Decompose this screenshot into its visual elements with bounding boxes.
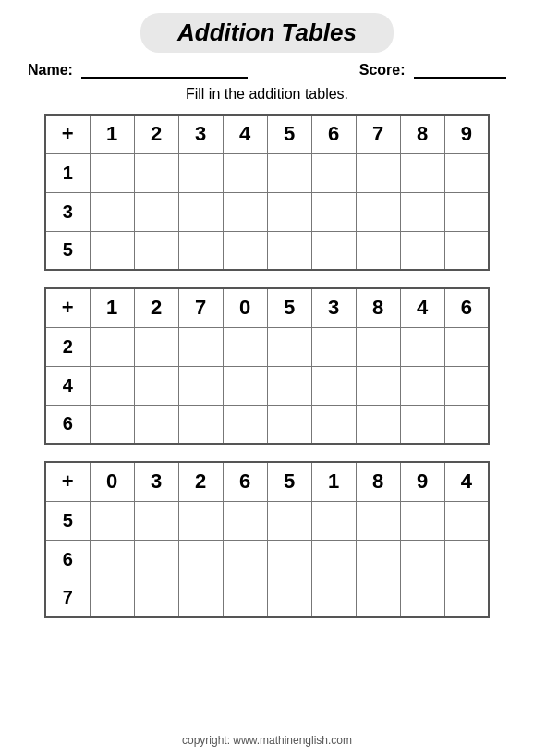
table-1-col-5: 5 [267,115,311,153]
table-3-cell[interactable] [223,501,267,540]
table-3-row-7-label: 7 [45,579,90,617]
table-3-cell[interactable] [90,540,134,579]
table-2-cell[interactable] [311,366,356,405]
table-2-cell[interactable] [356,366,400,405]
table-1-cell[interactable] [400,153,444,192]
table-1-cell[interactable] [223,192,267,231]
table-3-cell[interactable] [90,501,134,540]
table-2-cell[interactable] [134,327,178,366]
table-3-plus-header: + [45,462,90,501]
table-3-cell[interactable] [267,579,311,617]
table-3-row-6-label: 6 [45,540,90,579]
table-row: 5 [45,231,489,270]
table-3-cell[interactable] [444,579,489,617]
name-field: Name: [28,62,248,79]
table-3-cell[interactable] [90,579,134,617]
table-2-col-8: 8 [356,288,400,327]
table-1-cell[interactable] [311,153,356,192]
score-field: Score: [359,62,506,79]
table-2-cell[interactable] [178,366,223,405]
table-3-cell[interactable] [356,579,400,617]
table-2-cell[interactable] [90,327,134,366]
table-1-cell[interactable] [178,231,223,270]
table-3-cell[interactable] [444,501,489,540]
table-2-cell[interactable] [223,327,267,366]
table-2-cell[interactable] [267,405,311,444]
table-3-cell[interactable] [400,579,444,617]
table-3-cell[interactable] [400,501,444,540]
table-1-cell[interactable] [134,153,178,192]
table-3-cell[interactable] [178,579,223,617]
table-3-cell[interactable] [267,540,311,579]
table-2-cell[interactable] [90,405,134,444]
table-2-col-2: 2 [134,288,178,327]
table-3-cell[interactable] [311,540,356,579]
table-2-cell[interactable] [444,405,489,444]
table-2-cell[interactable] [134,366,178,405]
table-1-cell[interactable] [223,153,267,192]
table-2-cell[interactable] [223,405,267,444]
table-1-cell[interactable] [356,153,400,192]
table-3-cell[interactable] [356,540,400,579]
table-3-cell[interactable] [134,579,178,617]
table-2-cell[interactable] [400,327,444,366]
table-2-cell[interactable] [400,405,444,444]
table-1-cell[interactable] [178,153,223,192]
table-3-cell[interactable] [134,501,178,540]
table-2-col-6: 6 [444,288,489,327]
table-2-cell[interactable] [267,366,311,405]
table-1-cell[interactable] [267,153,311,192]
table-2-cell[interactable] [178,327,223,366]
table-2-cell[interactable] [223,366,267,405]
table-3-cell[interactable] [267,501,311,540]
table-1-cell[interactable] [90,192,134,231]
table-row: 4 [45,366,489,405]
table-2-col-3: 3 [311,288,356,327]
table-3-cell[interactable] [178,501,223,540]
table-2-cell[interactable] [311,327,356,366]
table-1-cell[interactable] [356,231,400,270]
table-3-cell[interactable] [356,501,400,540]
table-2-col-1: 1 [90,288,134,327]
table-3-cell[interactable] [223,579,267,617]
table-1-cell[interactable] [90,231,134,270]
table-2-cell[interactable] [178,405,223,444]
table-1-cell[interactable] [223,231,267,270]
table-1-cell[interactable] [444,231,489,270]
table-3-cell[interactable] [311,579,356,617]
table-3-cell[interactable] [223,540,267,579]
table-3-cell[interactable] [444,540,489,579]
table-1-cell[interactable] [444,153,489,192]
table-1-cell[interactable] [90,153,134,192]
table-1-cell[interactable] [444,192,489,231]
table-1-cell[interactable] [134,231,178,270]
table-2-cell[interactable] [444,327,489,366]
table-2-cell[interactable] [400,366,444,405]
table-2-col-4: 4 [400,288,444,327]
table-3-cell[interactable] [178,540,223,579]
table-1-section: + 1 2 3 4 5 6 7 8 9 1 [18,114,516,271]
table-2-cell[interactable] [267,327,311,366]
table-3-col-8: 8 [356,462,400,501]
table-3-cell[interactable] [400,540,444,579]
table-1-cell[interactable] [178,192,223,231]
table-1-cell[interactable] [311,231,356,270]
table-2-cell[interactable] [134,405,178,444]
table-2-cell[interactable] [311,405,356,444]
table-1-cell[interactable] [267,192,311,231]
table-2-cell[interactable] [444,366,489,405]
table-3-col-5: 5 [267,462,311,501]
table-3-cell[interactable] [134,540,178,579]
table-3-header-row: + 0 3 2 6 5 1 8 9 4 [45,462,489,501]
table-3-cell[interactable] [311,501,356,540]
table-1-row-3-label: 3 [45,192,90,231]
table-1-cell[interactable] [134,192,178,231]
table-1-cell[interactable] [400,231,444,270]
table-1-cell[interactable] [267,231,311,270]
table-2-cell[interactable] [356,327,400,366]
table-1-cell[interactable] [311,192,356,231]
table-1-cell[interactable] [356,192,400,231]
table-2-cell[interactable] [356,405,400,444]
table-1-cell[interactable] [400,192,444,231]
table-2-cell[interactable] [90,366,134,405]
